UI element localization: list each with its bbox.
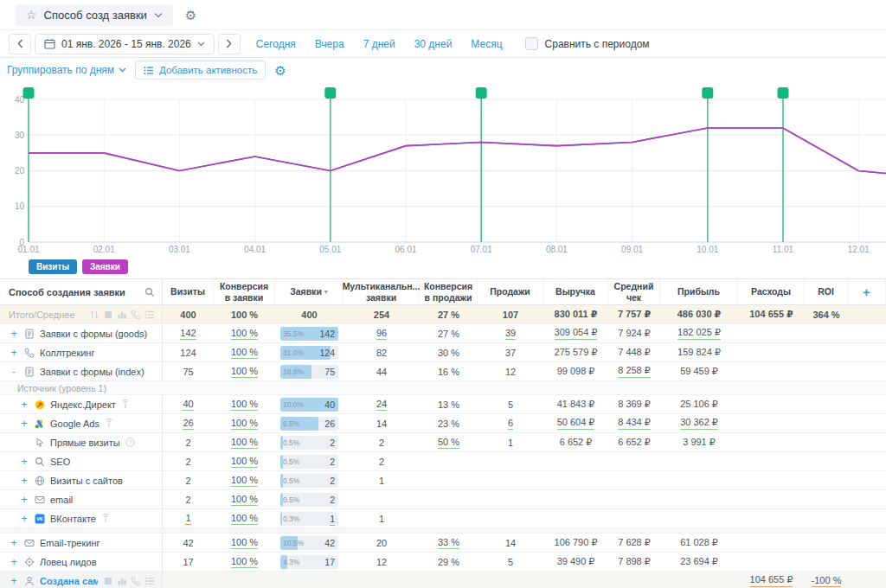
cell-value[interactable]: 100 % xyxy=(231,328,258,340)
table-row[interactable]: +Создана самостоятельно104 655 ₽-100 % xyxy=(0,572,886,588)
column-header-2[interactable]: Заявки▾ xyxy=(275,279,343,304)
phone-icon[interactable] xyxy=(131,310,141,320)
expand-button[interactable]: + xyxy=(9,557,19,567)
column-header-6[interactable]: Выручка xyxy=(543,279,608,304)
table-row[interactable]: +Коллтрекинг124100 %31.0%1248230 %37275 … xyxy=(0,343,886,362)
prev-period-button[interactable] xyxy=(9,34,31,54)
cell-value[interactable]: 50 604 ₽ xyxy=(557,417,595,430)
expand-button[interactable]: + xyxy=(9,576,19,586)
table-row[interactable]: +Email-трекинг42100 %10.5%422033 %14106 … xyxy=(0,534,886,553)
row-label[interactable]: ВКонтакте xyxy=(50,514,96,524)
activity-marker[interactable] xyxy=(476,87,487,99)
row-label[interactable]: Яндекс.Директ xyxy=(50,399,116,410)
table-row[interactable]: +Ловец лидов17100 %4.3%171229 %539 490 ₽… xyxy=(0,553,886,572)
row-label[interactable]: Google Ads xyxy=(50,419,100,429)
collapse-button[interactable]: - xyxy=(9,367,19,377)
cell-value[interactable]: 8 258 ₽ xyxy=(618,365,651,378)
date-preset-2[interactable]: 7 дней xyxy=(363,38,395,50)
column-header-3[interactable]: Мультиканальн... заявки xyxy=(343,279,420,304)
bar-chart-icon[interactable] xyxy=(117,576,127,586)
square-icon[interactable] xyxy=(103,576,113,586)
activity-marker[interactable] xyxy=(23,87,35,99)
row-label[interactable]: Заявки с формы (index) xyxy=(40,367,144,377)
column-header-7[interactable]: Средний чек xyxy=(608,279,660,304)
row-label[interactable]: email xyxy=(50,495,73,505)
next-period-button[interactable] xyxy=(218,34,241,54)
table-row[interactable]: +Визиты с сайтов2100 %0.5%21 xyxy=(0,471,886,490)
add-column-button[interactable]: + xyxy=(848,279,886,304)
expand-button[interactable]: + xyxy=(19,514,29,524)
cell-value[interactable]: 26 xyxy=(183,418,193,430)
legend-pill-0[interactable]: Визиты xyxy=(29,259,77,274)
column-header-name[interactable]: Способ создания заявки xyxy=(0,279,163,304)
date-preset-3[interactable]: 30 дней xyxy=(414,38,453,50)
legend-pill-1[interactable]: Заявки xyxy=(82,259,128,274)
report-selector[interactable]: ☆ Способ созд заявки xyxy=(16,4,173,26)
row-label[interactable]: Прямые визиты xyxy=(50,438,120,448)
column-header-9[interactable]: Расходы xyxy=(738,279,805,304)
date-range-button[interactable]: 01 янв. 2026 - 15 янв. 2026 xyxy=(35,34,215,54)
expand-button[interactable]: + xyxy=(19,457,29,467)
cell-value[interactable]: 39 xyxy=(505,328,516,340)
date-preset-0[interactable]: Сегодня xyxy=(256,38,296,50)
column-header-0[interactable]: Визиты xyxy=(163,279,214,304)
chart-settings-gear-icon[interactable]: ⚙ xyxy=(274,64,286,77)
table-row[interactable]: +VKВКонтакте1100 %0.3%11 xyxy=(0,509,886,528)
cell-value[interactable]: 100 % xyxy=(231,556,258,568)
phone-icon[interactable] xyxy=(131,576,141,586)
sort-icon[interactable] xyxy=(89,310,100,320)
column-header-10[interactable]: ROI xyxy=(805,279,848,304)
table-row[interactable]: Итого/Среднее400100 %40025427 %107830 01… xyxy=(0,305,886,324)
cell-value[interactable]: 100 % xyxy=(231,513,258,525)
cell-value[interactable]: 182 025 ₽ xyxy=(677,327,721,340)
cell-value[interactable]: 1 xyxy=(185,513,190,525)
cell-value[interactable]: 1 xyxy=(330,514,335,526)
row-label[interactable]: Email-трекинг xyxy=(40,538,100,548)
cell-value[interactable]: 309 054 ₽ xyxy=(555,327,598,340)
list-icon[interactable] xyxy=(144,576,155,586)
table-row[interactable]: +Заявки с формы (goods)142100 %35.5%1429… xyxy=(0,324,886,343)
row-label[interactable]: Коллтрекинг xyxy=(40,348,94,358)
table-row[interactable]: -Заявки с формы (index)75100 %18.8%75441… xyxy=(0,362,886,381)
table-row[interactable]: Прямые визиты?2100 %0.5%2250 %16 652 ₽6 … xyxy=(0,433,886,452)
report-settings-gear-icon[interactable]: ⚙ xyxy=(185,9,196,22)
table-row[interactable]: +Google Ads26100 %6.5%261423 %650 604 ₽8… xyxy=(0,414,886,433)
cell-value[interactable]: 100 % xyxy=(231,437,258,449)
cell-value[interactable]: -100 % xyxy=(812,575,842,587)
cell-value[interactable]: 142 xyxy=(180,328,196,340)
cell-value[interactable]: 24 xyxy=(376,399,387,411)
table-row[interactable]: +SEO2100 %0.5%22 xyxy=(0,452,886,471)
expand-button[interactable]: + xyxy=(9,538,19,548)
expand-button[interactable]: + xyxy=(19,419,29,429)
cell-value[interactable]: 100 % xyxy=(231,475,258,487)
expand-button[interactable]: + xyxy=(19,476,29,486)
cell-value[interactable]: 100 % xyxy=(231,537,258,549)
expand-button[interactable]: + xyxy=(9,348,19,358)
table-row[interactable]: +Яндекс.Директ40100 %10.0%402413 %541 84… xyxy=(0,395,886,414)
date-preset-1[interactable]: Вчера xyxy=(315,38,344,50)
column-header-5[interactable]: Продажи xyxy=(478,279,543,304)
row-label[interactable]: SEO xyxy=(50,457,70,467)
column-header-8[interactable]: Прибыль xyxy=(660,279,738,304)
cell-value[interactable]: 6 xyxy=(508,418,513,430)
cell-value[interactable]: 100 % xyxy=(231,399,258,411)
cell-value[interactable]: 100 % xyxy=(231,456,258,468)
cell-value[interactable]: 100 % xyxy=(231,347,258,359)
bar-chart-icon[interactable] xyxy=(117,310,127,320)
row-label[interactable]: Создана самостоятельно xyxy=(40,576,98,586)
cell-value[interactable]: 8 434 ₽ xyxy=(618,417,651,430)
expand-button[interactable]: + xyxy=(9,329,19,339)
table-row[interactable]: +email2100 %0.5%2 xyxy=(0,490,886,509)
activity-marker[interactable] xyxy=(324,87,336,99)
group-by-dropdown[interactable]: Группировать по дням xyxy=(7,64,126,76)
activity-marker[interactable] xyxy=(702,87,713,99)
list-icon[interactable] xyxy=(144,310,155,320)
row-label[interactable]: Ловец лидов xyxy=(40,557,96,567)
cell-value[interactable]: 33 % xyxy=(438,537,459,549)
cell-value[interactable]: 100 % xyxy=(231,494,258,506)
column-header-1[interactable]: Конверсия в заявки xyxy=(214,279,275,304)
column-header-4[interactable]: Конверсия в продажи xyxy=(420,279,478,304)
help-question-icon[interactable]: ? xyxy=(125,438,136,448)
expand-button[interactable]: + xyxy=(19,399,29,410)
row-label[interactable]: Визиты с сайтов xyxy=(50,476,123,486)
